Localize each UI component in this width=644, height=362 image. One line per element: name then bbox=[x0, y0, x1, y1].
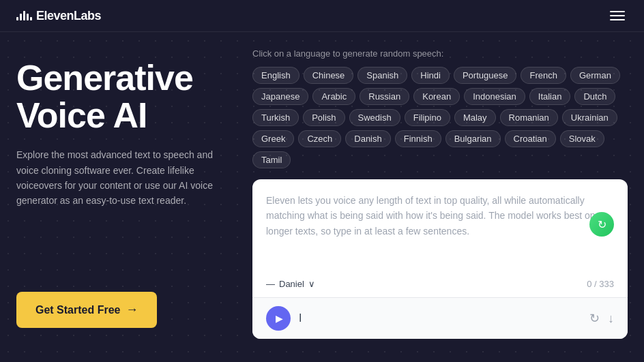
logo-text: ElevenLabs bbox=[36, 9, 101, 23]
voice-name: Daniel bbox=[279, 279, 304, 289]
language-tag-russian[interactable]: Russian bbox=[360, 88, 409, 105]
hamburger-line-2 bbox=[610, 15, 625, 16]
hamburger-line-3 bbox=[610, 19, 625, 20]
language-prompt: Click on a language to generate random s… bbox=[252, 48, 628, 59]
voice-controls: — Daniel ∨ 0 / 333 bbox=[252, 271, 628, 297]
language-tag-turkish[interactable]: Turkish bbox=[252, 109, 299, 126]
language-tag-tamil[interactable]: Tamil bbox=[252, 151, 291, 168]
char-count: 0 / 333 bbox=[587, 279, 614, 289]
language-tag-dutch[interactable]: Dutch bbox=[574, 88, 615, 105]
logo-bar-1 bbox=[16, 17, 18, 20]
voice-selector[interactable]: — Daniel ∨ bbox=[266, 279, 315, 289]
logo-bar-2 bbox=[20, 14, 22, 20]
language-tags-container: EnglishChineseSpanishHindiPortugueseFren… bbox=[252, 67, 628, 168]
language-tag-italian[interactable]: Italian bbox=[529, 88, 571, 105]
logo-icon bbox=[16, 11, 32, 20]
language-tag-swedish[interactable]: Swedish bbox=[349, 109, 400, 126]
language-tag-ukrainian[interactable]: Ukrainian bbox=[562, 109, 617, 126]
generate-button[interactable]: ↻ bbox=[589, 212, 614, 237]
voice-dash: — bbox=[266, 279, 275, 289]
language-tag-french[interactable]: French bbox=[521, 67, 566, 84]
logo: ElevenLabs bbox=[16, 9, 101, 23]
text-area: Eleven lets you voice any length of text… bbox=[252, 179, 628, 271]
language-tag-filipino[interactable]: Filipino bbox=[405, 109, 450, 126]
play-icon: ▶ bbox=[276, 313, 283, 324]
audio-player: ▶ I ↻ ↓ bbox=[252, 297, 628, 339]
generate-icon: ↻ bbox=[598, 218, 606, 231]
refresh-button[interactable]: ↻ bbox=[589, 311, 600, 326]
hamburger-menu[interactable] bbox=[607, 8, 628, 23]
language-tag-german[interactable]: German bbox=[570, 67, 620, 84]
language-tag-chinese[interactable]: Chinese bbox=[304, 67, 354, 84]
language-tag-finnish[interactable]: Finnish bbox=[395, 130, 441, 147]
hero-title-line2: Voice AI bbox=[16, 95, 147, 135]
logo-bar-4 bbox=[27, 14, 29, 20]
language-tag-japanese[interactable]: Japanese bbox=[252, 88, 308, 105]
language-tag-arabic[interactable]: Arabic bbox=[312, 88, 355, 105]
cta-button[interactable]: Get Started Free → bbox=[16, 292, 157, 328]
language-section: Click on a language to generate random s… bbox=[252, 48, 628, 168]
hero-description: Explore the most advanced text to speech… bbox=[16, 147, 236, 209]
language-tag-polish[interactable]: Polish bbox=[303, 109, 345, 126]
language-tag-korean[interactable]: Korean bbox=[413, 88, 460, 105]
logo-bar-3 bbox=[23, 11, 25, 20]
download-button[interactable]: ↓ bbox=[608, 311, 614, 326]
language-tag-english[interactable]: English bbox=[252, 67, 299, 84]
cta-label: Get Started Free bbox=[35, 304, 120, 316]
logo-bar-5 bbox=[30, 17, 32, 20]
language-tag-indonesian[interactable]: Indonesian bbox=[464, 88, 525, 105]
language-tag-hindi[interactable]: Hindi bbox=[411, 67, 450, 84]
text-box-container: Eleven lets you voice any length of text… bbox=[252, 179, 628, 339]
language-tag-czech[interactable]: Czech bbox=[298, 130, 341, 147]
language-tag-portuguese[interactable]: Portuguese bbox=[454, 67, 517, 84]
language-tag-spanish[interactable]: Spanish bbox=[357, 67, 407, 84]
right-panel: Click on a language to generate random s… bbox=[252, 32, 644, 355]
text-placeholder: Eleven lets you voice any length of text… bbox=[266, 193, 614, 239]
language-tag-croatian[interactable]: Croatian bbox=[505, 130, 556, 147]
cta-arrow: → bbox=[126, 303, 138, 317]
language-tag-malay[interactable]: Malay bbox=[454, 109, 496, 126]
left-panel: Generative Voice AI Explore the most adv… bbox=[0, 32, 252, 355]
hero-title: Generative Voice AI bbox=[16, 59, 236, 134]
language-tag-greek[interactable]: Greek bbox=[252, 130, 294, 147]
language-tag-slovak[interactable]: Slovak bbox=[560, 130, 604, 147]
language-tag-danish[interactable]: Danish bbox=[345, 130, 390, 147]
language-tag-bulgarian[interactable]: Bulgarian bbox=[445, 130, 501, 147]
main-content: Generative Voice AI Explore the most adv… bbox=[0, 32, 644, 355]
waveform: I bbox=[299, 312, 581, 325]
hero-title-line1: Generative bbox=[16, 58, 193, 97]
language-tag-romanian[interactable]: Romanian bbox=[500, 109, 558, 126]
chevron-down-icon: ∨ bbox=[308, 279, 315, 289]
hamburger-line-1 bbox=[610, 11, 625, 12]
header: ElevenLabs bbox=[0, 0, 644, 32]
play-button[interactable]: ▶ bbox=[266, 306, 291, 331]
player-actions: ↻ ↓ bbox=[589, 311, 614, 326]
